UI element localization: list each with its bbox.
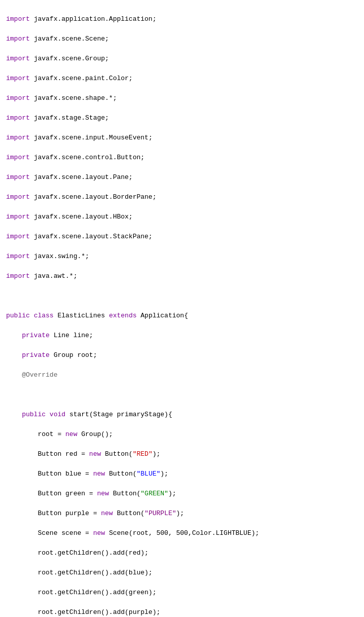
code-line: root.getChildren().add(green);	[6, 588, 358, 598]
code-line: private Line line;	[6, 331, 358, 341]
code-line	[6, 390, 358, 400]
code-line: private Group root;	[6, 350, 358, 360]
code-line: Scene scene = new Scene(root, 500, 500,C…	[6, 528, 358, 538]
code-line: Button green = new Button("GREEN");	[6, 489, 358, 499]
code-line: Button blue = new Button("BLUE");	[6, 469, 358, 479]
code-line: import javafx.scene.layout.HBox;	[6, 212, 358, 222]
code-line: Button purple = new Button("PURPLE");	[6, 509, 358, 519]
code-line: Button red = new Button("RED");	[6, 449, 358, 459]
code-line: import javafx.scene.control.Button;	[6, 153, 358, 163]
code-line: import javafx.scene.paint.Color;	[6, 74, 358, 84]
code-line: import javafx.scene.layout.StackPane;	[6, 232, 358, 242]
code-line: root.getChildren().add(blue);	[6, 568, 358, 578]
code-line: import javafx.stage.Stage;	[6, 113, 358, 123]
code-line: import javafx.application.Application;	[6, 14, 358, 24]
code-line: import javafx.scene.layout.BorderPane;	[6, 192, 358, 202]
code-line: root.getChildren().add(red);	[6, 548, 358, 558]
code-line: import javax.swing.*;	[6, 251, 358, 262]
code-line: import javafx.scene.Group;	[6, 54, 358, 64]
code-line: import javafx.scene.shape.*;	[6, 93, 358, 103]
code-line: public void start(Stage primaryStage){	[6, 410, 358, 420]
code-line: root.getChildren().add(purple);	[6, 607, 358, 618]
code-line	[6, 291, 358, 301]
code-line: import javafx.scene.layout.Pane;	[6, 172, 358, 183]
code-line: @Override	[6, 370, 358, 380]
code-line: import javafx.scene.Scene;	[6, 34, 358, 44]
code-line: root = new Group();	[6, 429, 358, 440]
code-line: import java.awt.*;	[6, 271, 358, 281]
code-editor: import javafx.application.Application; i…	[0, 0, 364, 617]
code-line: import javafx.scene.input.MouseEvent;	[6, 133, 358, 143]
code-line: public class ElasticLines extends Applic…	[6, 311, 358, 321]
